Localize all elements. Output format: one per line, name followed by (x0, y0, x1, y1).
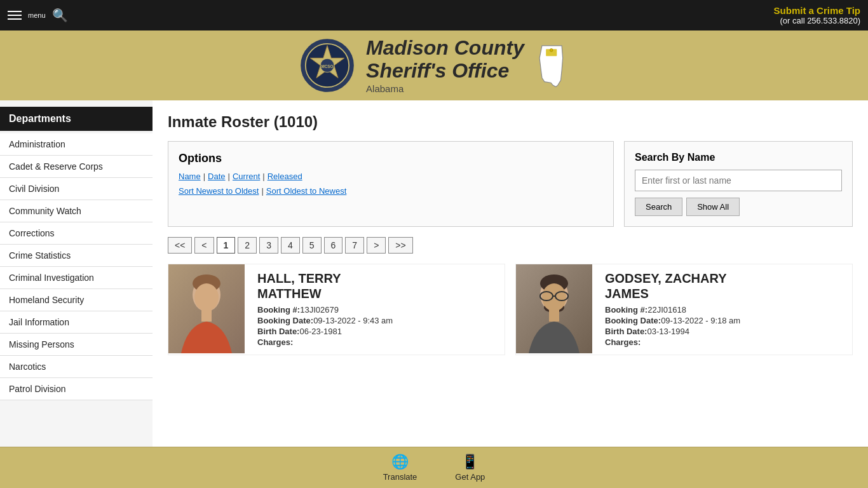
header-state: Alabama (366, 83, 403, 94)
menu-label: menu (28, 11, 46, 19)
page-prev-btn[interactable]: < (194, 237, 214, 254)
inmate-info-godsey: GODSEY, ZACHARY JAMES Booking #:22JI0161… (600, 264, 852, 355)
inmate-mugshot-godsey (516, 264, 592, 353)
main-layout: Departments Administration Cadet & Reser… (0, 100, 868, 461)
phone-icon: 📱 (461, 454, 478, 461)
inmate-photo-hall (168, 264, 245, 353)
page-title: Inmate Roster (1010) (168, 113, 853, 131)
option-date-link[interactable]: Date (208, 172, 225, 181)
page-2-btn[interactable]: 2 (238, 237, 257, 254)
pagination: << < 1 2 3 4 5 6 7 > >> (168, 237, 853, 254)
page-5-btn[interactable]: 5 (302, 237, 322, 254)
svg-rect-23 (549, 309, 559, 322)
show-all-button[interactable]: Show All (686, 198, 740, 216)
page-3-btn[interactable]: 3 (259, 237, 278, 254)
search-by-name-box: Search By Name Search Show All (624, 141, 853, 227)
crime-tip-phone: (or call 256.533.8820) (774, 16, 860, 25)
sidebar-item-narcotics[interactable]: Narcotics (0, 356, 153, 378)
menu-hamburger-icon[interactable] (8, 11, 22, 20)
options-links: Name | Date | Current | Released (179, 172, 603, 181)
page-last-btn[interactable]: >> (388, 237, 412, 254)
sidebar-item-crime-statistics[interactable]: Crime Statistics (0, 245, 153, 267)
options-box: Options Name | Date | Current | Released… (168, 141, 614, 227)
sidebar-title: Departments (0, 107, 153, 131)
svg-rect-13 (201, 309, 212, 322)
sheriff-seal-icon: MCSO (299, 37, 356, 94)
page-6-btn[interactable]: 6 (324, 237, 343, 254)
options-search-row: Options Name | Date | Current | Released… (168, 141, 853, 227)
sidebar-item-community-watch[interactable]: Community Watch (0, 200, 153, 222)
svg-text:MCSO: MCSO (322, 64, 334, 69)
content-area: Inmate Roster (1010) Options Name | Date… (153, 100, 868, 461)
page-first-btn[interactable]: << (168, 237, 192, 254)
sort-newest-link[interactable]: Sort Newest to Oldest (179, 186, 259, 196)
top-bar-right: Submit a Crime Tip (or call 256.533.8820… (774, 5, 860, 25)
search-by-name-heading: Search By Name (635, 152, 842, 163)
inmate-name-hall: HALL, TERRY MATTHEW (257, 271, 499, 301)
top-bar: menu 🔍 Submit a Crime Tip (or call 256.5… (0, 0, 868, 30)
sidebar-item-corrections[interactable]: Corrections (0, 222, 153, 245)
svg-point-19 (542, 283, 566, 311)
svg-point-7 (550, 49, 553, 52)
inmate-booking-date-hall: Booking Date:09-13-2022 - 9:43 am (257, 316, 499, 325)
inmate-photo-godsey (516, 264, 592, 353)
inmate-charges-godsey: Charges: (605, 337, 847, 347)
inmate-birth-date-hall: Birth Date:06-23-1981 (257, 327, 499, 336)
svg-point-12 (194, 283, 219, 311)
top-bar-left: menu 🔍 (8, 8, 68, 23)
header-title-block: Madison County Sheriff's Office Alabama (366, 37, 524, 93)
sort-oldest-link[interactable]: Sort Oldest to Newest (266, 186, 346, 196)
page-7-btn[interactable]: 7 (345, 237, 364, 254)
sidebar-item-criminal-investigation[interactable]: Criminal Investigation (0, 267, 153, 289)
bottom-bar: 🌐 Translate 📱 Get App (0, 447, 868, 461)
sidebar-item-patrol-division[interactable]: Patrol Division (0, 378, 153, 400)
page-4-btn[interactable]: 4 (281, 237, 300, 254)
inmate-booking-date-godsey: Booking Date:09-13-2022 - 9:18 am (605, 316, 847, 325)
sidebar-item-administration[interactable]: Administration (0, 133, 153, 156)
inmate-booking-num-godsey: Booking #:22JI01618 (605, 305, 847, 315)
options-heading: Options (179, 152, 603, 165)
inmates-grid: HALL, TERRY MATTHEW Booking #:13JI02679 … (168, 264, 853, 355)
inmate-card-hall: HALL, TERRY MATTHEW Booking #:13JI02679 … (168, 264, 505, 355)
inmate-mugshot-hall (168, 264, 245, 353)
sidebar-item-cadet-reserve-corps[interactable]: Cadet & Reserve Corps (0, 156, 153, 178)
inmate-info-hall: HALL, TERRY MATTHEW Booking #:13JI02679 … (252, 264, 505, 355)
bottom-bar-get-app[interactable]: 📱 Get App (455, 454, 485, 461)
option-released-link[interactable]: Released (268, 172, 302, 181)
page-1-btn[interactable]: 1 (217, 237, 236, 254)
header-title-sub: Sheriff's Office (366, 60, 509, 82)
inmate-name-godsey: GODSEY, ZACHARY JAMES (605, 271, 847, 301)
header-title-main: Madison County (366, 37, 524, 59)
search-icon[interactable]: 🔍 (52, 8, 68, 23)
inmate-charges-hall: Charges: (257, 337, 499, 347)
crime-tip-link[interactable]: Submit a Crime Tip (774, 5, 860, 16)
option-name-link[interactable]: Name (179, 172, 201, 181)
bottom-bar-translate[interactable]: 🌐 Translate (383, 454, 417, 461)
sidebar-item-jail-information[interactable]: Jail Information (0, 311, 153, 334)
inmate-birth-date-godsey: Birth Date:03-13-1994 (605, 327, 847, 336)
globe-icon: 🌐 (391, 454, 409, 461)
page-next-btn[interactable]: > (367, 237, 386, 254)
search-buttons: Search Show All (635, 198, 842, 216)
search-name-input[interactable] (635, 170, 842, 191)
option-current-link[interactable]: Current (233, 172, 260, 181)
inmate-booking-num-hall: Booking #:13JI02679 (257, 305, 499, 315)
sidebar-item-civil-division[interactable]: Civil Division (0, 178, 153, 200)
sidebar: Departments Administration Cadet & Reser… (0, 100, 153, 461)
sidebar-item-missing-persons[interactable]: Missing Persons (0, 334, 153, 356)
options-sort-links: Sort Newest to Oldest | Sort Oldest to N… (179, 186, 603, 196)
search-button[interactable]: Search (635, 198, 682, 216)
inmate-card-godsey: GODSEY, ZACHARY JAMES Booking #:22JI0161… (515, 264, 853, 355)
sidebar-item-homeland-security[interactable]: Homeland Security (0, 289, 153, 311)
header-banner: MCSO Madison County Sheriff's Office Ala… (0, 30, 868, 100)
alabama-map-icon (534, 43, 569, 88)
